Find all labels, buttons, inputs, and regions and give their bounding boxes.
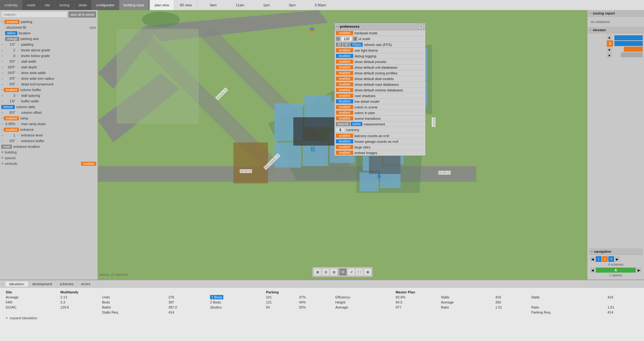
- low-detail-toggle[interactable]: disabled: [336, 99, 353, 103]
- imperial-btn[interactable]: imperial: [336, 122, 350, 126]
- type-value: structured fill: [5, 26, 88, 29]
- elevator-bar-1: [614, 35, 643, 40]
- pref-debug-logging: disabled debug logging: [335, 53, 425, 59]
- verticals-section[interactable]: + verticals enabled: [0, 161, 97, 166]
- cell: Acreage: [3, 295, 58, 300]
- pref-embed-images: enabled embed images: [335, 150, 425, 156]
- parking-status-button[interactable]: enabled: [4, 20, 20, 24]
- elevator-bottom-arrow[interactable]: ▼: [607, 53, 612, 58]
- elevator-title: elevator: [593, 28, 606, 32]
- table-row: Acreage 2.13 Units 276 1 Beds 101 37% Ef…: [3, 295, 641, 300]
- lamar-label: Lamar: [432, 118, 436, 127]
- column-data-label: column data: [15, 105, 96, 109]
- column-data-row: refresh column data: [0, 104, 97, 110]
- ui-scale-plus[interactable]: +: [353, 37, 357, 41]
- options-prev-arrow[interactable]: ◀: [590, 268, 595, 273]
- tab-configurator[interactable]: configurator: [92, 0, 119, 10]
- tab-3d-view[interactable]: 3D view: [174, 0, 197, 10]
- rate-60-btn[interactable]: 60: [343, 43, 350, 47]
- map-area[interactable]: Nueces St San Antonio St W 7th St W 8th …: [98, 10, 587, 280]
- verticals-status-button[interactable]: enabled: [81, 162, 96, 166]
- time-3pm: 3pm: [289, 3, 296, 7]
- building-b-label: B: [311, 146, 315, 153]
- schemes-prev-arrow[interactable]: ◀: [590, 257, 595, 262]
- ui-scale-minus[interactable]: −: [336, 37, 340, 41]
- colors-scene-toggle[interactable]: enabled: [336, 105, 353, 109]
- map-tool-expand[interactable]: ⛶: [356, 268, 363, 276]
- building-section[interactable]: + building: [0, 149, 97, 155]
- embed-images-toggle[interactable]: enabled: [336, 151, 353, 155]
- debug-logging-toggle[interactable]: disabled: [336, 54, 353, 58]
- map-tool-fullscreen[interactable]: ⊞: [364, 268, 372, 276]
- navigation-section: − navigation ◀ 1 2 3 ▶ 4 schemes ◀ A ▶ 1…: [588, 247, 644, 280]
- default-presets-toggle[interactable]: enabled: [336, 60, 353, 64]
- tab-development[interactable]: development: [28, 281, 56, 286]
- ui-scale-input[interactable]: [341, 36, 352, 41]
- options-next-arrow[interactable]: ▶: [636, 268, 641, 273]
- change-button[interactable]: change: [5, 37, 19, 41]
- drive-aisle-width-label: drive aisle width: [20, 71, 96, 75]
- map-tool-arrow[interactable]: ↗: [348, 268, 355, 276]
- rate-vsync-btn[interactable]: VSync: [350, 43, 363, 47]
- spaces-section[interactable]: + spaces: [0, 155, 97, 161]
- cell: Beds: [100, 300, 166, 305]
- large-sites-toggle[interactable]: enabled: [336, 145, 353, 149]
- default-volumes-toggle[interactable]: enabled: [336, 88, 353, 92]
- map-tool-minus-box[interactable]: ⊟: [330, 268, 338, 276]
- cast-shadows-toggle[interactable]: enabled: [336, 94, 353, 98]
- refresh-button[interactable]: refresh: [1, 105, 15, 109]
- metric-btn[interactable]: metric: [351, 122, 362, 126]
- default-zoning-toggle[interactable]: enabled: [336, 71, 353, 75]
- colors-plan-toggle[interactable]: enabled: [336, 111, 353, 115]
- ramp-status-button[interactable]: enabled: [4, 116, 19, 120]
- option-a-btn[interactable]: A: [596, 268, 636, 273]
- default-roads-toggle[interactable]: enabled: [336, 82, 353, 86]
- levels-above-row: − 2 + levels above grade: [0, 47, 97, 53]
- garage-toggle[interactable]: disabled: [336, 139, 353, 143]
- reset-button[interactable]: reset: [1, 145, 12, 149]
- default-unit-db-toggle[interactable]: enabled: [336, 65, 353, 69]
- tab-tabulation[interactable]: tabulation: [5, 281, 28, 286]
- default-deals-toggle[interactable]: enabled: [336, 77, 353, 81]
- levels-below-row: − 0 + levels below grade: [0, 53, 97, 59]
- tab-site[interactable]: site: [40, 0, 55, 10]
- header-spacer: Parking: [263, 290, 393, 295]
- elevator-up-arrow[interactable]: ▲: [607, 35, 612, 40]
- map-tool-box[interactable]: ⊡: [322, 268, 330, 276]
- scheme-3-btn[interactable]: 3: [608, 256, 614, 262]
- tab-plan-view[interactable]: plan view: [150, 0, 175, 10]
- plus-icon: +: [1, 150, 3, 154]
- rate-30-btn[interactable]: 30: [336, 43, 342, 47]
- map-tool-grid[interactable]: ⊞: [314, 268, 321, 276]
- light-theme-toggle[interactable]: enabled: [336, 48, 353, 52]
- cell: [529, 300, 605, 305]
- scene-transitions-toggle[interactable]: enabled: [336, 116, 353, 120]
- tab-zoning[interactable]: zoning: [55, 0, 74, 10]
- parking-axis-label: parking axis: [19, 37, 96, 41]
- cell: 397: [166, 300, 208, 305]
- elevator-down-arrow[interactable]: ▼: [607, 47, 612, 52]
- scheme-1-btn[interactable]: 1: [596, 256, 601, 262]
- schemes-next-arrow[interactable]: ▶: [615, 257, 620, 262]
- tab-errors[interactable]: errors: [77, 281, 94, 286]
- preferences-close-button[interactable]: ×: [419, 24, 424, 29]
- column-buffer-status-button[interactable]: enabled: [4, 88, 19, 92]
- tab-schemes[interactable]: schemes: [56, 281, 77, 286]
- save-preset-button[interactable]: save all to preset: [68, 11, 96, 18]
- tab-underlay[interactable]: underlay: [0, 0, 22, 10]
- define-button[interactable]: define: [5, 31, 17, 35]
- scheme-2-btn[interactable]: 2: [602, 256, 608, 262]
- expand-label: expand tabulation: [10, 316, 37, 320]
- tab-roads[interactable]: roads: [22, 0, 40, 10]
- trackpad-toggle[interactable]: enabled: [336, 31, 353, 35]
- pref-default-unit-db: enabled show default unit databases: [335, 65, 425, 70]
- column-offset-label: column offset: [20, 111, 96, 114]
- name-input[interactable]: [1, 11, 67, 18]
- entrance-status-button[interactable]: enabled: [4, 128, 19, 132]
- expand-tabulation-row[interactable]: + expand tabulation: [3, 315, 641, 321]
- map-tool-m[interactable]: M: [339, 268, 347, 276]
- tab-building-input[interactable]: building input: [119, 0, 149, 10]
- levels-above-value: 2: [4, 48, 16, 52]
- tab-deals[interactable]: deals: [74, 0, 91, 10]
- balcony-toggle[interactable]: enabled: [336, 134, 353, 138]
